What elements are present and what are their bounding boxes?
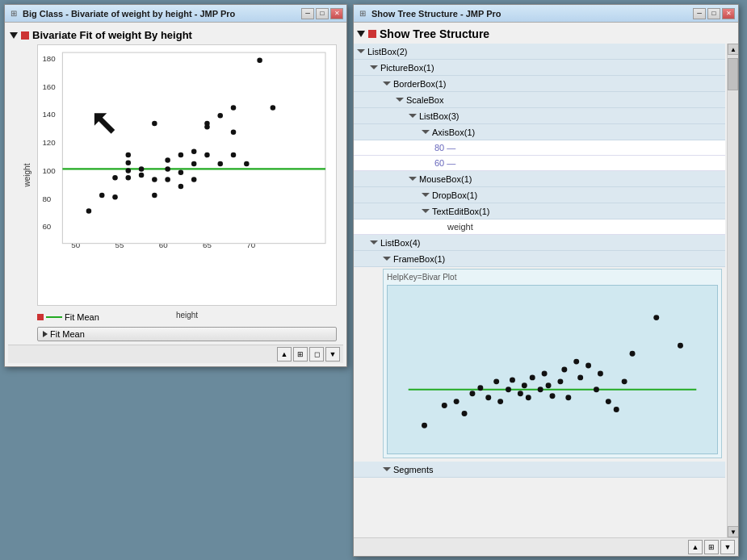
tree-item-texteditbox1[interactable]: TextEditBox(1) bbox=[354, 203, 725, 219]
maximize-button[interactable]: □ bbox=[316, 8, 329, 19]
weight-text-label: weight bbox=[447, 222, 473, 232]
svg-point-80 bbox=[653, 315, 659, 320]
tree-collapse-icon[interactable] bbox=[357, 31, 365, 37]
scroll-down-arrow[interactable]: ▼ bbox=[728, 526, 738, 537]
tree-item-listbox2[interactable]: ListBox(2) bbox=[354, 44, 725, 60]
svg-point-20 bbox=[126, 168, 132, 173]
svg-point-78 bbox=[622, 378, 627, 384]
bivariate-title-bar[interactable]: ⊞ Big Class - Bivariate of weight by hei… bbox=[5, 5, 346, 23]
svg-point-41 bbox=[231, 153, 237, 158]
tree-item-framebox1[interactable]: FrameBox(1) bbox=[354, 251, 725, 267]
svg-point-59 bbox=[510, 377, 515, 382]
fit-mean-legend-label: Fit Mean bbox=[65, 312, 99, 322]
svg-point-81 bbox=[678, 343, 683, 349]
svg-point-43 bbox=[231, 130, 237, 136]
scroll-up-button[interactable]: ▲ bbox=[277, 347, 292, 361]
legend-green-line-icon bbox=[46, 316, 62, 318]
collapse-triangle-icon[interactable] bbox=[10, 32, 18, 39]
listbox4-expand-icon bbox=[370, 240, 378, 244]
axis-value-60-label: 60 — bbox=[434, 158, 455, 168]
svg-point-67 bbox=[550, 393, 556, 399]
svg-point-53 bbox=[469, 391, 475, 396]
scalebox-expand-icon bbox=[396, 98, 404, 102]
tree-item-scalebox[interactable]: ScaleBox bbox=[354, 92, 725, 108]
weight-text-item: weight bbox=[354, 219, 725, 235]
picturebox1-label: PictureBox(1) bbox=[380, 63, 434, 73]
svg-point-33 bbox=[191, 177, 197, 182]
svg-point-25 bbox=[152, 121, 157, 127]
svg-point-30 bbox=[178, 169, 184, 175]
tree-item-borderbox1[interactable]: BorderBox(1) bbox=[354, 76, 725, 92]
tree-scroll-area[interactable]: ListBox(2) PictureBox(1) BorderBox(1) Sc… bbox=[354, 44, 738, 478]
tree-title: Show Tree Structure - JMP Pro bbox=[371, 9, 693, 19]
tree-scroll-container: ListBox(2) PictureBox(1) BorderBox(1) Sc… bbox=[354, 44, 738, 537]
listbox2-label: ListBox(2) bbox=[367, 47, 408, 56]
tree-bottom-toolbar: ▲ ⊞ ▼ bbox=[354, 537, 738, 556]
fit-mean-expand-icon bbox=[43, 331, 48, 337]
svg-point-72 bbox=[577, 374, 583, 380]
tree-grid-view-button[interactable]: ⊞ bbox=[704, 540, 719, 554]
legend-red-square-icon bbox=[37, 314, 44, 320]
tree-item-mousebox1[interactable]: MouseBox(1) bbox=[354, 171, 725, 187]
picturebox1-expand-icon bbox=[370, 65, 378, 69]
listbox3-expand-icon bbox=[409, 114, 417, 118]
svg-point-38 bbox=[204, 124, 210, 130]
svg-point-76 bbox=[606, 399, 611, 404]
svg-point-29 bbox=[165, 166, 170, 172]
svg-point-32 bbox=[178, 184, 184, 190]
svg-point-35 bbox=[191, 148, 197, 154]
tree-scrollbar[interactable]: ▲ ▼ bbox=[727, 44, 738, 537]
fit-mean-button[interactable]: Fit Mean bbox=[37, 327, 337, 341]
scrollbar-thumb[interactable] bbox=[728, 58, 738, 90]
minimize-button[interactable]: ─ bbox=[301, 8, 314, 19]
svg-text:100: 100 bbox=[42, 166, 56, 175]
close-button[interactable]: ✕ bbox=[330, 8, 343, 19]
axisbox1-expand-icon bbox=[422, 130, 430, 134]
tree-title-bar[interactable]: ⊞ Show Tree Structure - JMP Pro ─ □ ✕ bbox=[354, 5, 738, 23]
listbox3-label: ListBox(3) bbox=[419, 111, 460, 121]
axis-value-80-label: 80 — bbox=[434, 143, 455, 153]
svg-point-28 bbox=[165, 177, 170, 182]
window-view-button[interactable]: ◻ bbox=[309, 347, 324, 361]
bivariate-title: Big Class - Bivariate of weight by heigh… bbox=[23, 9, 301, 19]
tree-item-picturebox1[interactable]: PictureBox(1) bbox=[354, 60, 725, 76]
bivariate-section-header: Bivariate Fit of weight By height bbox=[8, 26, 343, 44]
svg-point-15 bbox=[99, 193, 105, 199]
bivariate-window-controls: ─ □ ✕ bbox=[301, 8, 343, 19]
svg-rect-47 bbox=[401, 286, 704, 453]
bivariate-bottom-toolbar: ▲ ⊞ ◻ ▼ bbox=[8, 345, 343, 363]
tree-item-listbox4[interactable]: ListBox(4) bbox=[354, 235, 725, 251]
tree-minimize-button[interactable]: ─ bbox=[693, 8, 706, 19]
tree-red-indicator-icon bbox=[368, 30, 376, 38]
svg-point-58 bbox=[506, 387, 511, 392]
bivariate-window-icon: ⊞ bbox=[8, 8, 19, 19]
grid-view-button[interactable]: ⊞ bbox=[293, 347, 308, 361]
svg-text:140: 140 bbox=[42, 110, 56, 119]
dropdown-button[interactable]: ▼ bbox=[325, 347, 340, 361]
tree-section-title: Show Tree Structure bbox=[380, 27, 489, 40]
tree-dropdown-button[interactable]: ▼ bbox=[720, 540, 735, 554]
svg-point-74 bbox=[594, 387, 599, 392]
tree-item-listbox3[interactable]: ListBox(3) bbox=[354, 108, 725, 124]
tree-item-axisbox1[interactable]: AxisBox(1) bbox=[354, 124, 725, 140]
tree-scroll-up-button[interactable]: ▲ bbox=[688, 540, 703, 554]
scalebox-label: ScaleBox bbox=[406, 95, 443, 105]
svg-text:160: 160 bbox=[42, 82, 56, 91]
segments-expand-icon bbox=[383, 467, 391, 471]
fit-mean-button-label: Fit Mean bbox=[50, 329, 85, 339]
bivariate-section-title: Bivariate Fit of weight By height bbox=[32, 29, 192, 41]
scroll-up-arrow[interactable]: ▲ bbox=[728, 44, 738, 55]
tree-item-dropbox1[interactable]: DropBox(1) bbox=[354, 187, 725, 203]
tree-item-segments[interactable]: Segments bbox=[354, 462, 725, 478]
tree-close-button[interactable]: ✕ bbox=[722, 8, 735, 19]
tree-window-controls: ─ □ ✕ bbox=[693, 8, 735, 19]
svg-point-23 bbox=[139, 166, 145, 172]
svg-point-22 bbox=[139, 173, 145, 178]
tree-maximize-button[interactable]: □ bbox=[707, 8, 720, 19]
svg-point-42 bbox=[231, 105, 237, 111]
svg-point-40 bbox=[217, 161, 223, 167]
svg-point-57 bbox=[497, 399, 503, 404]
frame-box-chart-preview bbox=[387, 285, 718, 454]
bivariate-chart[interactable]: weight height 180 160 140 120 100 80 60 … bbox=[37, 44, 337, 306]
tree-section-header: Show Tree Structure bbox=[354, 23, 738, 44]
